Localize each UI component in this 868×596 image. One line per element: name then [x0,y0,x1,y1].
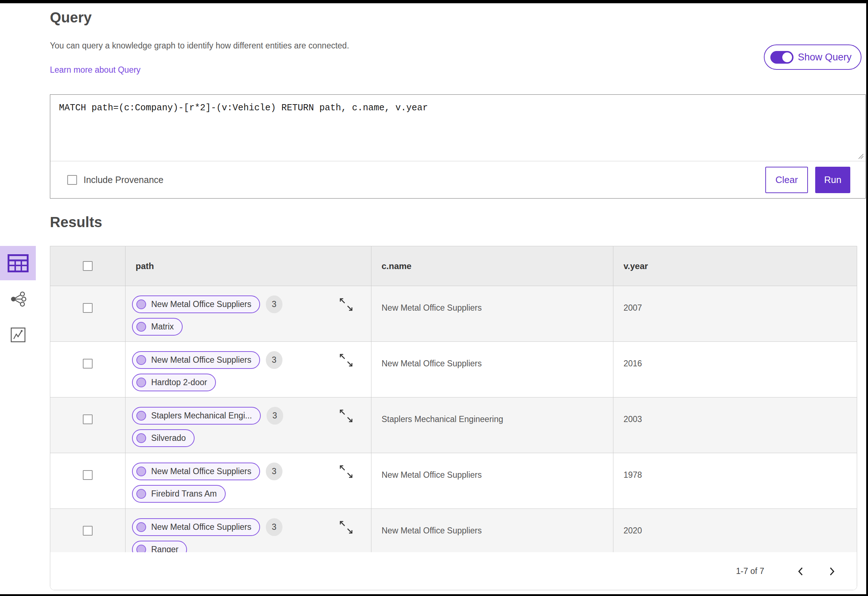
expand-icon[interactable] [338,353,354,368]
next-page-button[interactable] [825,564,840,579]
node-circle-icon [136,378,146,387]
path-node-pill-end[interactable]: Firebird Trans Am [132,485,226,503]
cell-cname: New Metal Office Suppliers [371,509,613,536]
node-circle-icon [136,489,146,499]
table-row: New Metal Office Suppliers 3 Hardtop 2-d… [50,342,857,397]
chevron-right-icon [829,566,836,577]
node-circle-icon [136,299,146,309]
path-node-label: New Metal Office Suppliers [151,522,251,532]
node-circle-icon [136,411,146,420]
page: Query You can query a knowledge graph to… [0,0,868,596]
page-title: Query [50,9,92,26]
path-node-label: Staplers Mechanical Engi... [151,411,252,420]
cell-vyear: 2016 [613,342,857,369]
expand-icon[interactable] [338,408,354,423]
path-edge-count-badge: 3 [266,295,282,313]
expand-icon[interactable] [338,520,354,535]
path-node-label: Matrix [151,322,174,332]
query-editor[interactable]: MATCH path=(c:Company)-[r*2]-(v:Vehicle)… [50,95,865,161]
path-node-pill-end[interactable]: Hardtop 2-door [132,373,216,391]
column-header-path[interactable]: path [125,246,371,286]
query-text: MATCH path=(c:Company)-[r*2]-(v:Vehicle)… [59,103,857,113]
results-title: Results [50,214,102,230]
graph-view-icon [10,291,27,307]
table-pagination: 1-7 of 7 [50,552,857,590]
table-row: New Metal Office Suppliers 3 Ranger [50,509,857,552]
query-footer: Include Provenance Clear Run [50,161,865,199]
learn-more-link[interactable]: Learn more about Query [50,65,141,75]
path-node-pill-end[interactable]: Silverado [132,429,195,447]
cell-vyear: 1978 [613,453,857,480]
row-checkbox[interactable] [83,470,93,480]
show-query-toggle-button[interactable]: Show Query [764,44,862,70]
window-right-edge [866,0,868,596]
path-node-label: Firebird Trans Am [151,489,217,499]
resize-handle-icon[interactable] [858,153,864,159]
cell-cname: New Metal Office Suppliers [371,286,613,313]
window-bottom-edge [0,594,868,596]
chevron-left-icon [797,566,804,577]
clear-button[interactable]: Clear [765,167,808,193]
table-row: Staplers Mechanical Engi... 3 Silverado [50,397,857,453]
path-node-pill-end[interactable]: Matrix [132,318,183,336]
path-edge-count-badge: 3 [266,463,282,480]
scatter-chart-view-icon [10,327,26,342]
path-edge-count-badge: 3 [266,518,282,536]
row-checkbox[interactable] [83,526,93,536]
node-circle-icon [136,355,146,365]
page-description: You can query a knowledge graph to ident… [50,41,349,51]
window-top-edge [0,0,868,3]
table-body: New Metal Office Suppliers 3 Matrix [50,286,857,552]
cell-cname: Staplers Mechanical Engineering [371,397,613,424]
path-node-label: New Metal Office Suppliers [151,299,251,309]
run-button[interactable]: Run [815,167,850,193]
pagination-range-label: 1-7 of 7 [736,566,764,576]
node-circle-icon [136,544,146,552]
node-circle-icon [136,466,146,476]
view-switcher [0,246,40,353]
expand-icon[interactable] [338,464,354,479]
row-checkbox[interactable] [83,359,93,369]
chart-view-button[interactable] [0,317,36,352]
node-circle-icon [136,322,146,332]
expand-icon[interactable] [338,297,354,312]
graph-view-button[interactable] [0,282,36,316]
path-node-label: New Metal Office Suppliers [151,355,251,365]
cell-vyear: 2003 [613,397,857,424]
cell-vyear: 2020 [613,509,857,536]
column-header-vyear[interactable]: v.year [613,246,857,286]
path-node-pill-start[interactable]: New Metal Office Suppliers [132,463,260,480]
table-view-button[interactable] [0,246,36,280]
path-node-pill-start[interactable]: New Metal Office Suppliers [132,518,260,536]
path-node-pill-start[interactable]: New Metal Office Suppliers [132,351,260,369]
path-edge-count-badge: 3 [266,351,282,369]
column-header-cname[interactable]: c.name [371,246,613,286]
include-provenance-label: Include Provenance [84,175,164,185]
path-node-pill-start[interactable]: Staplers Mechanical Engi... [132,407,261,425]
row-checkbox[interactable] [83,303,93,313]
path-node-label: Hardtop 2-door [151,378,207,387]
previous-page-button[interactable] [793,564,807,579]
path-edge-count-badge: 3 [267,407,283,425]
node-circle-icon [136,433,146,443]
path-node-label: Ranger [151,544,178,552]
cell-vyear: 2007 [613,286,857,313]
path-node-pill-end[interactable]: Ranger [132,541,187,552]
cell-cname: New Metal Office Suppliers [371,453,613,480]
table-row: New Metal Office Suppliers 3 Firebird Tr… [50,453,857,509]
path-node-label: New Metal Office Suppliers [151,466,251,476]
path-node-label: Silverado [151,433,186,443]
toggle-on-icon[interactable] [771,51,794,63]
show-query-label: Show Query [798,52,852,63]
toggle-knob [782,52,793,63]
cell-cname: New Metal Office Suppliers [371,342,613,369]
select-all-checkbox[interactable] [83,261,93,271]
node-circle-icon [136,522,146,532]
table-view-icon [7,254,28,272]
query-panel: MATCH path=(c:Company)-[r*2]-(v:Vehicle)… [50,94,866,199]
table-row: New Metal Office Suppliers 3 Matrix [50,286,857,342]
table-header-row: path c.name v.year [50,246,857,286]
row-checkbox[interactable] [83,415,93,424]
include-provenance-checkbox[interactable] [67,175,77,185]
path-node-pill-start[interactable]: New Metal Office Suppliers [132,295,260,313]
